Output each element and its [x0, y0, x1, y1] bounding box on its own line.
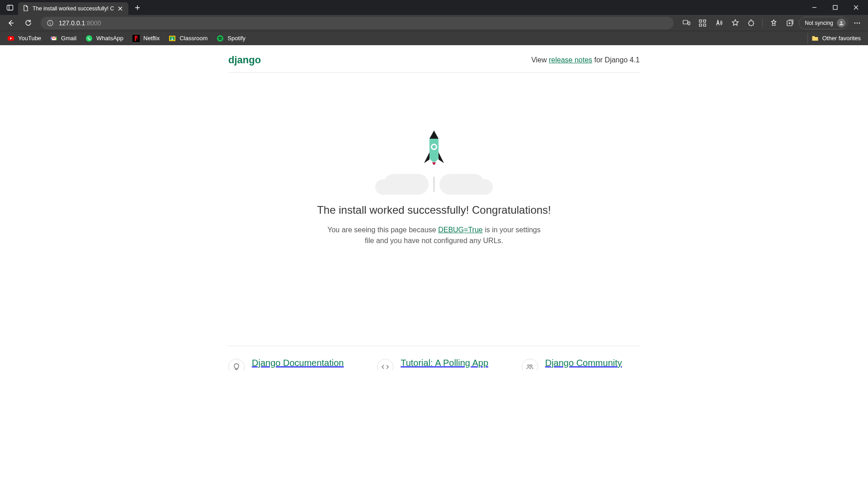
- page-viewport: django View release notes for Django 4.1: [0, 45, 868, 371]
- youtube-icon: [7, 35, 14, 42]
- dots-icon: [854, 19, 861, 27]
- bookmark-whatsapp[interactable]: WhatsApp: [82, 33, 127, 44]
- bookmark-label: Gmail: [61, 35, 76, 42]
- settings-menu-button[interactable]: [850, 16, 864, 30]
- sync-label: Not syncing: [805, 20, 833, 26]
- panel-icon: [6, 4, 14, 11]
- link-title: Tutorial: A Polling App: [401, 358, 488, 368]
- tutorial-link[interactable]: Tutorial: A Polling App Get started with…: [377, 358, 488, 371]
- svg-point-17: [86, 35, 92, 42]
- minimize-button[interactable]: [804, 0, 825, 15]
- link-desc: Topics, references, & how-to's: [252, 369, 344, 371]
- svg-rect-5: [683, 20, 688, 24]
- browser-title-bar: The install worked successfully! C: [0, 0, 868, 15]
- bookmark-gmail[interactable]: Gmail: [47, 33, 80, 44]
- bookmark-label: YouTube: [18, 35, 41, 42]
- code-icon: [377, 359, 393, 371]
- hero-section: The install worked successfully! Congrat…: [228, 131, 640, 246]
- debug-link[interactable]: DEBUG=True: [438, 226, 483, 234]
- puzzle-icon: [748, 19, 755, 27]
- release-notes-link[interactable]: release notes: [549, 56, 592, 64]
- browser-toolbar: 127.0.0.1:8000 Not syncing: [0, 15, 868, 31]
- star-list-icon: [770, 19, 778, 27]
- subheadline: You are seeing this page because DEBUG=T…: [326, 225, 542, 246]
- avatar-icon: [837, 19, 846, 28]
- django-header: django View release notes for Django 4.1: [228, 54, 640, 73]
- svg-rect-8: [703, 20, 706, 22]
- spotify-icon: [217, 35, 224, 42]
- classroom-icon: [169, 35, 176, 42]
- tab-close-button[interactable]: [117, 5, 124, 12]
- link-desc: Connect, get help, or contribute: [545, 369, 640, 371]
- svg-point-21: [172, 37, 173, 38]
- device-button[interactable]: [679, 16, 693, 30]
- svg-rect-0: [7, 5, 13, 10]
- maximize-icon: [833, 5, 838, 10]
- bookmark-label: Spotify: [227, 35, 245, 42]
- link-title: Django Community: [545, 358, 640, 368]
- django-logo: django: [228, 54, 261, 66]
- site-info-button[interactable]: [46, 19, 54, 27]
- community-link[interactable]: Django Community Connect, get help, or c…: [522, 358, 640, 371]
- star-icon: [731, 19, 739, 27]
- collections-button[interactable]: [783, 16, 797, 30]
- svg-point-13: [854, 22, 856, 23]
- bookmark-label: Classroom: [179, 35, 208, 42]
- folder-icon: [811, 35, 819, 42]
- plus-icon: [135, 5, 140, 10]
- bookmarks-bar: YouTube Gmail WhatsApp Netflix Classroom…: [0, 31, 868, 45]
- footer-links: Django Documentation Topics, references,…: [228, 346, 640, 371]
- qr-icon: [699, 19, 706, 27]
- other-favorites-button[interactable]: Other favorites: [807, 33, 864, 44]
- profile-sync-button[interactable]: Not syncing: [799, 17, 848, 29]
- whatsapp-icon: [85, 35, 93, 42]
- arrow-left-icon: [7, 19, 15, 27]
- svg-point-12: [840, 21, 842, 23]
- headline: The install worked successfully! Congrat…: [228, 204, 640, 216]
- close-window-button[interactable]: [845, 0, 866, 15]
- bookmark-youtube[interactable]: YouTube: [4, 33, 45, 44]
- refresh-button[interactable]: [21, 16, 35, 30]
- bookmark-spotify[interactable]: Spotify: [213, 33, 249, 44]
- documentation-link[interactable]: Django Documentation Topics, references,…: [228, 358, 344, 371]
- svg-rect-7: [699, 20, 702, 22]
- back-button[interactable]: [4, 16, 18, 30]
- read-aloud-button[interactable]: [712, 16, 726, 30]
- read-aloud-icon: [715, 19, 723, 27]
- maximize-button[interactable]: [825, 0, 845, 15]
- refresh-icon: [24, 19, 32, 27]
- rocket-illustration: [375, 131, 493, 195]
- svg-point-4: [50, 21, 51, 22]
- link-title: Django Documentation: [252, 358, 344, 368]
- svg-point-15: [859, 22, 860, 23]
- browser-tab[interactable]: The install worked successfully! C: [18, 2, 128, 15]
- desktop-icon: [683, 19, 690, 27]
- rocket-icon: [423, 131, 445, 172]
- extensions-button[interactable]: [744, 16, 759, 30]
- svg-point-14: [857, 22, 858, 23]
- bookmark-netflix[interactable]: Netflix: [129, 33, 163, 44]
- bookmark-label: Netflix: [143, 35, 160, 42]
- svg-point-26: [530, 365, 532, 366]
- gmail-icon: [50, 35, 57, 42]
- svg-point-25: [528, 365, 529, 366]
- panel-toggle[interactable]: [5, 2, 15, 13]
- svg-rect-9: [699, 24, 702, 26]
- link-desc: Get started with Django: [401, 369, 488, 371]
- bookmark-classroom[interactable]: Classroom: [165, 33, 211, 44]
- url-port: :8000: [85, 19, 101, 27]
- address-bar[interactable]: 127.0.0.1:8000: [41, 17, 674, 29]
- qr-button[interactable]: [695, 16, 710, 30]
- close-icon: [118, 6, 123, 11]
- window-controls: [804, 0, 866, 15]
- file-icon: [23, 5, 29, 13]
- minimize-icon: [812, 5, 817, 10]
- svg-point-24: [432, 145, 436, 149]
- close-icon: [854, 5, 859, 10]
- favorites-list-button[interactable]: [766, 16, 781, 30]
- favorite-button[interactable]: [728, 16, 742, 30]
- svg-rect-2: [833, 5, 837, 9]
- new-tab-button[interactable]: [131, 1, 144, 14]
- svg-rect-6: [688, 22, 690, 25]
- svg-rect-10: [703, 24, 706, 26]
